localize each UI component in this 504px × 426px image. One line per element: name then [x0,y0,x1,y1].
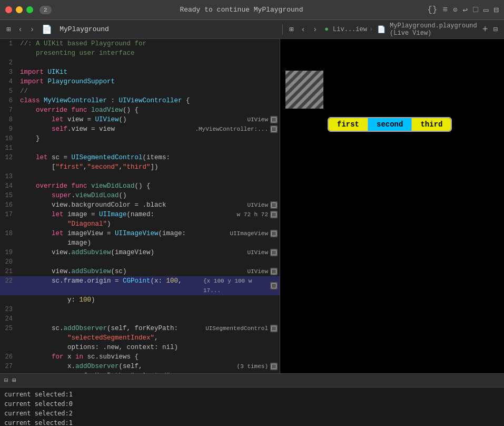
result-expand-btn[interactable] [270,230,278,237]
line-result [203,153,280,162]
line-num: 4 [0,77,18,86]
code-line-5: 5 // [0,86,280,96]
segment-first[interactable]: first [329,118,368,131]
code-line-18: 18 let imageView = UIImageView(image: UI… [0,229,280,238]
code-line-17: 17 let image = UIImage(named: w 72 h 72 [0,210,280,219]
result-expand-btn[interactable] [270,211,278,218]
result-expand-btn[interactable] [270,325,278,332]
result-text: UIView [247,248,268,257]
line-code [18,314,203,324]
code-line-12: 12 let sc = UISegmentedControl(items: [0,153,280,162]
playground-icon: 📄 [375,24,388,35]
line-code: //: A UIKit based Playground for [18,39,203,49]
line-code: y: 100) [18,295,203,305]
line-result: UIView [203,248,280,257]
window-icon[interactable]: □ [473,5,478,15]
code-line-1b: presenting user interface [0,49,280,58]
line-code: view.backgroundColor = .black [18,200,203,210]
result-expand-btn[interactable] [270,201,278,209]
line-result [203,58,280,67]
lv-forward-icon[interactable]: › [311,24,319,35]
code-line-19: 19 view.addSubview(imageView) UIView [0,248,280,257]
result-expand-btn[interactable] [270,125,278,133]
line-code: "Diagonal") [18,219,203,229]
split-icon[interactable]: ▭ [483,5,489,15]
code-line-7: 7 override func loadView() { [0,105,280,115]
grid-icon[interactable]: ⊞ [4,24,13,35]
braces-icon[interactable]: {} [427,5,437,15]
sidebar-icon[interactable]: ⊟ [491,24,500,35]
maximize-button[interactable] [26,6,33,13]
line-num: 13 [0,172,18,181]
list-icon[interactable]: ≡ [442,5,448,15]
fullscreen-icon[interactable]: ⊟ [493,5,499,15]
line-code [18,257,203,267]
line-num [0,219,18,229]
line-num: 20 [0,257,18,267]
line-result [203,49,280,58]
result-text: w 72 h 72 [237,210,268,219]
line-num [0,49,18,58]
line-result [203,238,280,248]
close-button[interactable] [5,6,12,13]
segmented-control[interactable]: first second third [328,117,452,132]
line-result: UIView [203,200,280,210]
result-expand-btn[interactable] [270,268,278,275]
line-result [203,219,280,229]
line-num: 3 [0,67,18,77]
live-view-content: first second third [280,39,504,373]
line-code: view.addSubview(sc) [18,267,203,276]
line-code: let image = UIImage(named: [18,210,203,219]
line-result: (3 times) [203,362,280,371]
nav-back-icon[interactable]: ‹ [16,24,24,35]
code-line-3: 3 import UIKit [0,67,280,77]
line-result [203,143,280,153]
line-code: sc.frame.origin = CGPoint(x: 100, [18,276,203,295]
back-icon[interactable]: ↩ [462,5,468,15]
console-output: current selected:1 current selected:0 cu… [0,388,504,426]
result-expand-btn[interactable] [270,249,278,256]
console-hide-icon[interactable]: ⊟ [4,376,8,384]
window-controls [5,6,33,13]
svg-rect-2 [285,71,323,109]
result-text: (3 times) [237,362,268,371]
console-line-3: current selected:2 [4,409,500,418]
title-bar-text: Ready to continue MyPlayground [56,6,428,14]
result-text: UISegmentedControl [205,324,268,333]
line-result [203,305,280,314]
code-line-27: 27 x.addObserver(self, (3 times) [0,362,280,371]
grid2-icon[interactable]: ⊞ [287,24,295,35]
line-num [0,295,18,305]
minimize-button[interactable] [16,6,23,13]
console-line-4: current selected:1 [4,418,500,426]
code-editor[interactable]: 1 //: A UIKit based Playground for prese… [0,39,280,373]
toolbar-left: ⊞ ‹ › 📄 MyPlayground [4,23,278,36]
result-expand-btn[interactable] [270,282,278,289]
add-button[interactable]: + [482,24,488,35]
line-result [203,333,280,343]
segment-second[interactable]: second [368,118,412,131]
line-num: 24 [0,314,18,324]
share-icon[interactable]: ⊙ [453,5,457,14]
console-expand-icon[interactable]: ⊞ [12,376,16,384]
result-expand-btn[interactable] [270,116,278,123]
result-expand-btn[interactable] [270,363,278,370]
lv-back-icon[interactable]: ‹ [299,24,307,35]
line-num: 7 [0,105,18,115]
line-result [203,77,280,86]
nav-forward-icon[interactable]: › [28,24,36,35]
line-code: for x in sc.subviews { [18,352,203,362]
code-line-15: 15 super.viewDidLoad() [0,191,280,200]
code-line-22: 22 sc.frame.origin = CGPoint(x: 100, {x … [0,276,280,295]
line-result [203,86,280,96]
line-num: 2 [0,58,18,67]
segment-third[interactable]: third [412,118,451,131]
line-result [203,181,280,191]
line-num: 15 [0,191,18,200]
result-text: .MyViewController:... [195,124,268,134]
code-line-25: 25 sc.addObserver(self, forKeyPath: UISe… [0,324,280,333]
line-code: x.addObserver(self, [18,362,203,371]
code-line-22b: y: 100) [0,295,280,305]
line-result [203,352,280,362]
line-code: // [18,86,203,96]
